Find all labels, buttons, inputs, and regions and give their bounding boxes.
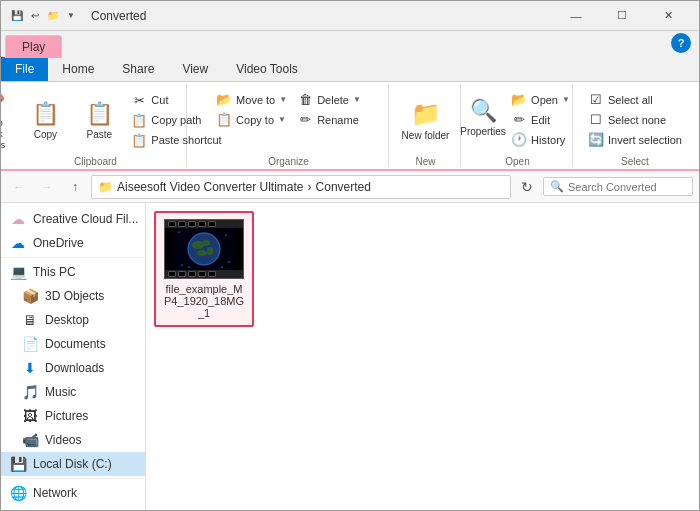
invert-label: Invert selection <box>608 134 682 146</box>
breadcrumb-root[interactable]: Aiseesoft Video Converter Ultimate <box>117 180 304 194</box>
select-label: Select <box>621 154 649 167</box>
tab-share[interactable]: Share <box>108 57 168 81</box>
play-tab[interactable]: Play <box>5 35 62 58</box>
sidebar: ☁ Creative Cloud Fil... ☁ OneDrive 💻 Thi… <box>1 203 146 511</box>
open-label: Open <box>505 154 529 167</box>
search-input[interactable] <box>568 181 686 193</box>
invert-selection-button[interactable]: 🔄 Invert selection <box>584 130 686 149</box>
help-button[interactable]: ? <box>671 33 691 53</box>
maximize-button[interactable]: ☐ <box>599 1 645 31</box>
forward-button[interactable]: → <box>35 175 59 199</box>
main-area: ☁ Creative Cloud Fil... ☁ OneDrive 💻 Thi… <box>1 203 699 511</box>
content-area[interactable]: file_example_MP4_1920_18MG_1 <box>146 203 699 511</box>
network-icon: 🌐 <box>9 485 27 501</box>
qat-dropdown-icon[interactable]: ▼ <box>63 8 79 24</box>
open-dropdown[interactable]: ▼ <box>562 95 570 104</box>
tab-file[interactable]: File <box>1 57 48 81</box>
select-all-icon: ☑ <box>588 92 604 107</box>
file-thumbnail <box>164 219 244 279</box>
film-hole <box>198 271 206 277</box>
refresh-button[interactable]: ↻ <box>515 175 539 199</box>
sidebar-label-local-disk: Local Disk (C:) <box>33 457 112 471</box>
paste-button[interactable]: 📋 Paste <box>73 91 125 149</box>
sidebar-item-network[interactable]: 🌐 Network <box>1 481 145 505</box>
film-hole <box>178 271 186 277</box>
sidebar-item-downloads[interactable]: ⬇ Downloads <box>1 356 145 380</box>
sidebar-item-this-pc[interactable]: 💻 This PC <box>1 260 145 284</box>
sidebar-item-desktop[interactable]: 🖥 Desktop <box>1 308 145 332</box>
sidebar-item-music[interactable]: 🎵 Music <box>1 380 145 404</box>
open-buttons: 🔍 Properties 📂 Open ▼ ✏ Edit 🕐 <box>461 86 574 149</box>
minimize-button[interactable]: — <box>553 1 599 31</box>
sidebar-item-creative-cloud[interactable]: ☁ Creative Cloud Fil... <box>1 207 145 231</box>
delete-label: Delete <box>317 94 349 106</box>
organize-bottom-row: 🗑 Delete ▼ ✏ Rename <box>293 90 365 129</box>
delete-button[interactable]: 🗑 Delete ▼ <box>293 90 365 109</box>
ribbon-content: 📌 Pin to Quickaccess 📋 Copy 📋 Paste <box>1 82 699 169</box>
earth-svg <box>174 227 234 271</box>
up-button[interactable]: ↑ <box>63 175 87 199</box>
film-hole <box>168 221 176 227</box>
history-button[interactable]: 🕐 History <box>507 130 574 149</box>
select-none-button[interactable]: ☐ Select none <box>584 110 686 129</box>
sidebar-item-documents[interactable]: 📄 Documents <box>1 332 145 356</box>
history-label: History <box>531 134 565 146</box>
tab-video-tools[interactable]: Video Tools <box>222 57 312 81</box>
film-hole <box>198 221 206 227</box>
move-dropdown[interactable]: ▼ <box>279 95 287 104</box>
copy-button[interactable]: 📋 Copy <box>19 91 71 149</box>
new-folder-button[interactable]: 📁 New folder <box>400 91 452 149</box>
rename-button[interactable]: ✏ Rename <box>293 110 365 129</box>
edit-button[interactable]: ✏ Edit <box>507 110 574 129</box>
tab-view[interactable]: View <box>168 57 222 81</box>
copy-to-icon: 📋 <box>216 112 232 127</box>
properties-button[interactable]: 🔍 Properties <box>461 86 505 149</box>
local-disk-icon: 💾 <box>9 456 27 472</box>
sidebar-item-pictures[interactable]: 🖼 Pictures <box>1 404 145 428</box>
organize-top-row: 📂 Move to ▼ 📋 Copy to ▼ <box>212 90 291 129</box>
film-hole <box>168 271 176 277</box>
sidebar-item-onedrive[interactable]: ☁ OneDrive <box>1 231 145 255</box>
select-all-button[interactable]: ☑ Select all <box>584 90 686 109</box>
open-button[interactable]: 📂 Open ▼ <box>507 90 574 109</box>
open-small-buttons: 📂 Open ▼ ✏ Edit 🕐 History <box>507 86 574 149</box>
svg-point-11 <box>189 267 190 268</box>
tab-home[interactable]: Home <box>48 57 108 81</box>
sidebar-item-videos[interactable]: 📹 Videos <box>1 428 145 452</box>
copy-to-button[interactable]: 📋 Copy to ▼ <box>212 110 291 129</box>
breadcrumb[interactable]: 📁 Aiseesoft Video Converter Ultimate › C… <box>91 175 511 199</box>
quick-access-toolbar: 💾 ↩ 📁 ▼ <box>9 8 79 24</box>
close-button[interactable]: ✕ <box>645 1 691 31</box>
window-controls: — ☐ ✕ <box>553 1 691 31</box>
qat-folder-icon[interactable]: 📁 <box>45 8 61 24</box>
qat-save-icon[interactable]: 💾 <box>9 8 25 24</box>
sidebar-label-onedrive: OneDrive <box>33 236 84 250</box>
ribbon-tabs: File Home Share View Video Tools <box>1 57 699 82</box>
copy-icon: 📋 <box>32 101 59 127</box>
scroll-down-arrow: ▼ <box>68 507 78 511</box>
sidebar-label-documents: Documents <box>45 337 106 351</box>
sidebar-item-3d-objects[interactable]: 📦 3D Objects <box>1 284 145 308</box>
pin-to-quick-access-button[interactable]: 📌 Pin to Quickaccess <box>0 86 17 154</box>
sidebar-label-3d-objects: 3D Objects <box>45 289 104 303</box>
qat-undo-icon[interactable]: ↩ <box>27 8 43 24</box>
properties-label: Properties <box>460 126 506 137</box>
delete-dropdown[interactable]: ▼ <box>353 95 361 104</box>
search-bar[interactable]: 🔍 <box>543 177 693 196</box>
move-to-button[interactable]: 📂 Move to ▼ <box>212 90 291 109</box>
breadcrumb-folder-icon: 📁 <box>98 180 113 194</box>
copy-to-dropdown[interactable]: ▼ <box>278 115 286 124</box>
sidebar-item-local-disk[interactable]: 💾 Local Disk (C:) <box>1 452 145 476</box>
select-group: ☑ Select all ☐ Select none 🔄 Invert sele… <box>575 84 695 167</box>
new-folder-icon: 📁 <box>411 100 441 128</box>
breadcrumb-current[interactable]: Converted <box>316 180 371 194</box>
copy-label: Copy <box>34 129 57 140</box>
clipboard-label: Clipboard <box>74 154 117 167</box>
cut-label: Cut <box>151 94 168 106</box>
rename-label: Rename <box>317 114 359 126</box>
file-item[interactable]: file_example_MP4_1920_18MG_1 <box>154 211 254 327</box>
back-button[interactable]: ← <box>7 175 31 199</box>
organize-group: 📂 Move to ▼ 📋 Copy to ▼ 🗑 Delete ▼ <box>189 84 389 167</box>
film-hole <box>208 221 216 227</box>
desktop-icon: 🖥 <box>21 312 39 328</box>
